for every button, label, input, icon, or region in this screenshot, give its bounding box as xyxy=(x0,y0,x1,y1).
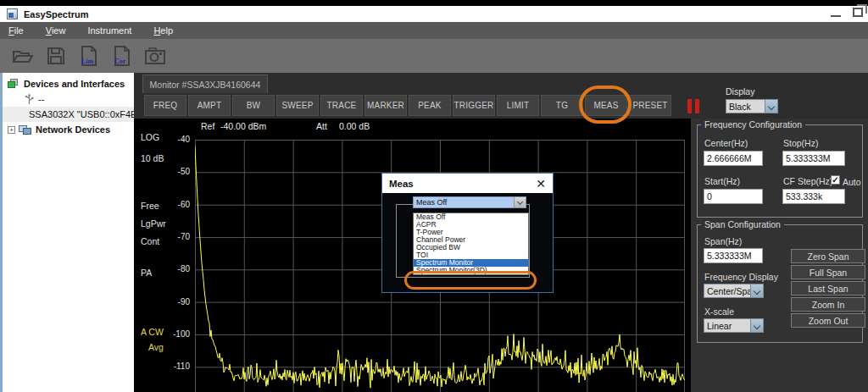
chevron-down-icon[interactable] xyxy=(750,319,763,332)
peak-button[interactable]: PEAK xyxy=(409,95,451,116)
span-input[interactable] xyxy=(704,248,763,263)
tree-item-device-empty[interactable]: -- xyxy=(3,91,134,107)
xscale-combobox[interactable]: Linear xyxy=(704,318,764,333)
option-meas-off[interactable]: Meas Off xyxy=(414,213,528,221)
desktop-background xyxy=(0,0,868,6)
marker-button[interactable]: MARKER xyxy=(364,95,407,116)
annotation-circle-meas xyxy=(579,86,632,124)
trace-button[interactable]: TRACE xyxy=(320,95,363,116)
center-label: Center(Hz) xyxy=(704,138,748,148)
pause-indicator[interactable] xyxy=(687,99,701,113)
group-title: Span Configuration xyxy=(701,219,784,229)
sweep-button[interactable]: SWEEP xyxy=(276,95,319,116)
limit-button[interactable]: LIMIT xyxy=(497,95,539,116)
stop-frequency-input[interactable] xyxy=(782,151,845,166)
trigger-button[interactable]: TRIGGER xyxy=(453,95,495,116)
network-devices-icon xyxy=(19,125,31,135)
open-folder-icon xyxy=(12,47,34,65)
ampt-button[interactable]: AMPT xyxy=(188,95,231,116)
bw-button[interactable]: BW xyxy=(232,95,275,116)
menu-view[interactable]: View xyxy=(46,24,76,37)
preamp-label: PA xyxy=(141,268,152,278)
scale-div-label: 10 dB xyxy=(141,153,164,163)
option-channel-power[interactable]: Channel Power xyxy=(414,236,528,244)
y-tick-label: -40 xyxy=(158,135,190,144)
att-label: Att xyxy=(316,121,327,131)
start-frequency-input[interactable] xyxy=(704,189,763,204)
tab-monitor[interactable]: Monitor #SSA3XJB4160644 xyxy=(142,75,268,93)
full-span-button[interactable]: Full Span xyxy=(791,265,865,279)
preset-button[interactable]: PRESET xyxy=(629,95,671,116)
tree-root-devices[interactable]: Devices and Interfaces xyxy=(3,76,134,91)
restore-button[interactable] xyxy=(853,8,863,17)
option-occupied-bw[interactable]: Occupied BW xyxy=(414,244,528,251)
window-title: EasySpectrum xyxy=(24,9,88,19)
option-spectrum-monitor[interactable]: Spectrum Monitor xyxy=(414,259,528,267)
y-tick-label: -50 xyxy=(158,167,190,176)
zoom-out-button[interactable]: Zoom Out xyxy=(791,313,865,328)
option-toi[interactable]: TOI xyxy=(414,251,528,259)
correction-file-button[interactable]: Cor xyxy=(109,43,135,69)
trace-avg-label: Avg xyxy=(148,342,164,352)
span-configuration-group: Span Configuration Span(Hz) Frequency Di… xyxy=(697,224,863,343)
trigger-free-label: Free xyxy=(141,201,159,211)
meas-combobox[interactable]: Meas Off xyxy=(413,196,526,208)
frequency-configuration-group: Frequency Configuration Center(Hz) Stop(… xyxy=(697,124,863,218)
dialog-title: Meas xyxy=(389,179,414,189)
toolbar: Lim Cor xyxy=(0,39,868,73)
option-acpr[interactable]: ACPR xyxy=(414,221,528,229)
cf-step-input[interactable] xyxy=(782,189,845,204)
expand-icon[interactable]: + xyxy=(8,126,15,134)
zero-span-button[interactable]: Zero Span xyxy=(791,249,865,263)
display-label: Display xyxy=(726,86,778,97)
frequency-display-combobox[interactable]: Center/Span xyxy=(704,284,764,298)
span-label: Span(Hz) xyxy=(704,236,742,246)
ref-label: Ref xyxy=(201,121,214,131)
open-file-button[interactable] xyxy=(10,43,36,69)
tree-root-network-devices[interactable]: + Network Devices xyxy=(3,122,134,137)
minimize-button[interactable] xyxy=(831,15,841,17)
chevron-down-icon[interactable] xyxy=(514,197,526,207)
save-button[interactable] xyxy=(43,43,69,69)
close-icon[interactable]: ✕ xyxy=(536,178,546,190)
center-frequency-input[interactable] xyxy=(704,151,763,166)
limit-label: Lim xyxy=(81,58,93,65)
option-t-power[interactable]: T-Power xyxy=(414,229,528,236)
limit-file-button[interactable]: Lim xyxy=(76,43,102,69)
menubar: File View Instrument Help xyxy=(0,22,868,39)
save-icon xyxy=(47,47,65,65)
chevron-down-icon[interactable] xyxy=(750,284,763,297)
last-span-button[interactable]: Last Span xyxy=(791,281,865,295)
menu-help[interactable]: Help xyxy=(153,24,183,37)
meas-combo-value: Meas Off xyxy=(414,197,514,207)
frequency-display-value: Center/Span xyxy=(704,284,750,297)
tree-item-ssa3032x[interactable]: SSA3032X "USB0::0xF4EC::0 xyxy=(3,107,134,122)
settings-panel: Frequency Configuration Center(Hz) Stop(… xyxy=(691,119,868,392)
titlebar: EasySpectrum xyxy=(0,6,868,22)
menu-instrument[interactable]: Instrument xyxy=(87,24,142,37)
annotation-circle-spectrum-monitor xyxy=(404,271,537,290)
tg-button[interactable]: TG xyxy=(541,95,583,116)
screenshot-button[interactable] xyxy=(142,43,168,69)
group-title: Frequency Configuration xyxy=(701,119,805,130)
menu-file[interactable]: File xyxy=(8,24,34,37)
y-tick-label: -70 xyxy=(158,232,190,241)
zoom-in-button[interactable]: Zoom In xyxy=(791,297,865,312)
auto-checkbox[interactable]: ✓ xyxy=(831,175,840,185)
y-tick-label: -90 xyxy=(158,297,190,306)
stop-label: Stop(Hz) xyxy=(783,138,818,148)
xscale-value: Linear xyxy=(704,319,750,332)
display-select-group: Display Black xyxy=(726,86,778,113)
usb-icon xyxy=(25,94,34,105)
devices-icon xyxy=(8,79,19,89)
chevron-down-icon[interactable] xyxy=(765,100,777,113)
display-combobox[interactable]: Black xyxy=(726,99,778,113)
pause-bar xyxy=(687,99,692,113)
y-tick-label: -110 xyxy=(158,362,190,371)
app-icon xyxy=(7,8,18,19)
att-value: 0.00 dB xyxy=(339,121,370,131)
freq-button[interactable]: FREQ xyxy=(144,95,186,116)
y-tick-label: -60 xyxy=(158,200,190,209)
xscale-label: X-scale xyxy=(704,306,734,317)
cf-step-label: CF Step(Hz) xyxy=(783,176,832,186)
